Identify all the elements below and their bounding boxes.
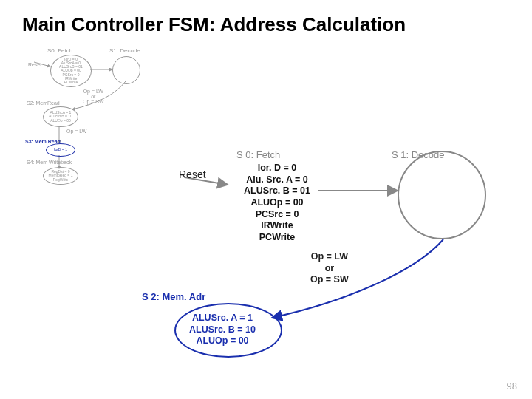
thumb-branch1: Op = LW or Op = SW: [83, 89, 104, 104]
fsm-diagram: S 0: Fetch S 1: Decode Reset Ior. D = 0 …: [148, 155, 525, 384]
page-title: Main Controller FSM: Address Calculation: [22, 13, 406, 36]
big-s2-label: S 2: Mem. Adr: [142, 291, 205, 302]
big-s0-label: S 0: Fetch: [236, 149, 280, 160]
big-s1-node: [398, 151, 486, 239]
thumb-s2-ops: ALUSrcA = 1 ALUSrcB = 10 ALUOp = 00: [49, 111, 72, 123]
thumb-s0-ops: IorD = 0 AluSrcA = 0 ALUSrcB = 01 ALUOp …: [59, 58, 83, 85]
thumb-branch2: Op = LW: [66, 129, 86, 134]
thumb-reset-label: Reset: [28, 62, 41, 67]
thumb-s4-label: S4: Mem Writeback: [27, 160, 72, 165]
thumb-s0-node: IorD = 0 AluSrcA = 0 ALUSrcB = 01 ALUOp …: [50, 55, 92, 87]
thumb-s1-label: S1: Decode: [109, 47, 140, 54]
thumb-s4-ops: RegDst = 0 MemtoReg = 1 RegWrite: [49, 170, 73, 182]
thumb-s0-label: S0: Fetch: [47, 47, 72, 54]
big-reset-label: Reset: [179, 168, 206, 180]
big-s0-ops: Ior. D = 0 Alu. Src. A = 0 ALUSrc. B = 0…: [244, 163, 310, 243]
thumb-s3-node: IorD = 1: [46, 143, 75, 157]
thumb-s1-node: [112, 56, 140, 84]
thumb-s2-label: S2: MemRead: [27, 100, 60, 106]
big-s2-ops: ALUSrc. A = 1 ALUSrc. B = 10 ALUOp = 00: [189, 313, 256, 347]
thumb-s3-ops: IorD = 1: [54, 148, 67, 151]
thumb-s4-node: RegDst = 0 MemtoReg = 1 RegWrite: [43, 167, 78, 185]
big-branch: Op = LW or Op = SW: [310, 251, 349, 286]
thumb-s2-node: ALUSrcA = 1 ALUSrcB = 10 ALUOp = 00: [43, 106, 78, 127]
